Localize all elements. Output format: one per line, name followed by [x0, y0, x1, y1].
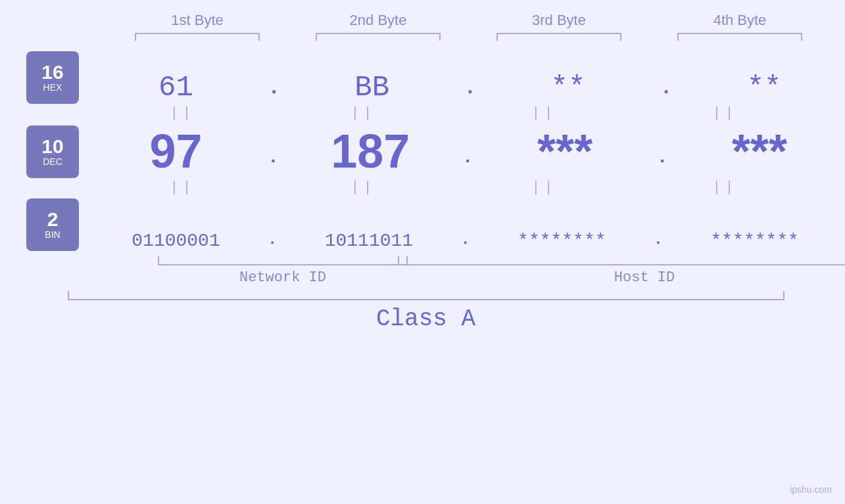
hex-b1-cell: 61	[85, 71, 266, 104]
hex-b4-cell: **	[674, 71, 845, 104]
hex-b2-cell: BB	[281, 71, 462, 104]
dec-badge-label: DEC	[43, 156, 62, 167]
dec-dot-3: .	[657, 147, 668, 178]
equals-row-1: || || || ||	[0, 105, 845, 122]
hex-badge: 16 HEX	[26, 51, 79, 104]
byte-col-4: 4th Byte	[650, 12, 831, 41]
byte-label-3: 3rd Byte	[532, 12, 586, 29]
eq-2-b4: ||	[712, 179, 737, 196]
eq-2-b1: ||	[170, 179, 195, 196]
host-id-block: Host ID	[464, 256, 825, 286]
bin-badge: 2 BIN	[26, 198, 79, 251]
hex-b3: **	[551, 71, 586, 104]
host-id-label: Host ID	[614, 269, 675, 286]
byte-label-2: 2nd Byte	[350, 12, 407, 29]
bin-b2-cell: 10111011	[278, 231, 459, 251]
byte-col-3: 3rd Byte	[469, 12, 650, 41]
eq-1-b1: ||	[170, 105, 195, 122]
byte-label-1: 1st Byte	[171, 12, 223, 29]
bin-badge-number: 2	[47, 210, 59, 229]
bin-b4: ********	[711, 231, 799, 251]
byte-col-2: 2nd Byte	[288, 12, 469, 41]
bin-row: 2 BIN 01100001 . 10111011 . ******** . *…	[0, 198, 845, 251]
eq-2-b2: ||	[350, 179, 375, 196]
hex-b4: **	[747, 71, 782, 104]
bin-b1-cell: 01100001	[85, 231, 266, 251]
eq-1-b3: ||	[531, 105, 556, 122]
eq-1-b2: ||	[350, 105, 375, 122]
hex-dot-2: .	[464, 76, 476, 104]
watermark: ipshu.com	[790, 484, 832, 495]
bin-b3-cell: ********	[471, 231, 652, 251]
class-block: Class A	[61, 291, 785, 332]
class-bracket	[68, 291, 785, 300]
hex-cells: 61 . BB . ** . **	[85, 71, 845, 104]
bracket-top-3	[496, 33, 621, 41]
bin-badge-label: BIN	[45, 229, 60, 240]
bracket-top-1	[135, 33, 260, 41]
network-id-label: Network ID	[239, 269, 326, 286]
host-bracket	[398, 256, 845, 265]
equals-row-2: || || || ||	[0, 179, 845, 196]
bin-dot-3: .	[654, 231, 663, 251]
main-container: 1st Byte 2nd Byte 3rd Byte 4th Byte 16 H…	[0, 0, 845, 504]
bracket-top-2	[316, 33, 441, 41]
hex-badge-wrapper: 16 HEX	[26, 51, 79, 104]
dec-b1: 97	[149, 124, 202, 178]
hex-badge-number: 16	[41, 62, 63, 82]
dec-b3-cell: ***	[475, 124, 656, 178]
dec-badge-number: 10	[41, 137, 63, 156]
class-label: Class A	[376, 306, 475, 332]
byte-label-4: 4th Byte	[713, 12, 767, 29]
dec-cells: 97 . 187 . *** . ***	[85, 124, 845, 178]
byte-headers: 1st Byte 2nd Byte 3rd Byte 4th Byte	[0, 12, 845, 41]
dec-b1-cell: 97	[85, 124, 266, 178]
bin-cells: 01100001 . 10111011 . ******** . *******…	[85, 231, 845, 251]
bin-dot-1: .	[268, 231, 277, 251]
dec-b4-cell: ***	[669, 124, 845, 178]
dec-badge: 10 DEC	[26, 126, 79, 178]
dec-row: 10 DEC 97 . 187 . *** . ***	[0, 124, 845, 178]
hex-b2: BB	[354, 71, 389, 104]
bin-dot-2: .	[460, 231, 470, 251]
eq-1-b4: ||	[712, 105, 737, 122]
hex-b3-cell: **	[477, 71, 658, 104]
bin-b1: 01100001	[132, 231, 220, 251]
byte-col-1: 1st Byte	[107, 12, 288, 41]
bin-b2: 10111011	[325, 231, 413, 251]
hex-dot-1: .	[268, 76, 280, 104]
bracket-top-4	[677, 33, 802, 41]
dec-badge-wrapper: 10 DEC	[26, 126, 79, 178]
watermark-text: ipshu.com	[790, 484, 832, 495]
id-brackets-row: Network ID Host ID	[0, 256, 845, 286]
hex-row: 16 HEX 61 . BB . ** . **	[0, 51, 845, 104]
hex-dot-3: .	[660, 76, 672, 104]
bin-b3: ********	[518, 231, 606, 251]
network-bracket	[158, 256, 408, 265]
bin-b4-cell: ********	[664, 231, 845, 251]
eq-2-b3: ||	[531, 179, 556, 196]
dec-b4: ***	[732, 124, 787, 178]
dec-dot-2: .	[462, 147, 473, 178]
bin-badge-wrapper: 2 BIN	[26, 198, 79, 251]
hex-badge-label: HEX	[43, 82, 62, 93]
dec-dot-1: .	[268, 147, 279, 178]
dec-b3: ***	[537, 124, 592, 178]
hex-b1: 61	[158, 71, 193, 104]
dec-b2: 187	[331, 124, 410, 178]
dec-b2-cell: 187	[280, 124, 461, 178]
